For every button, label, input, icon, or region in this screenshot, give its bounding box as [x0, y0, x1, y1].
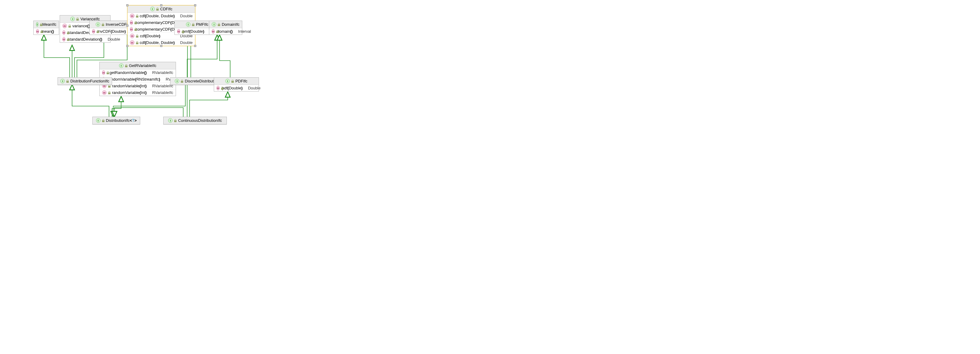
lock-icon — [218, 23, 221, 26]
method-icon: m — [130, 20, 133, 25]
member-ret: Double — [176, 40, 192, 45]
selection-handle-icon[interactable] — [126, 24, 129, 27]
interface-icon: I — [70, 17, 75, 21]
member-sig: cdf(Double, Double) — [140, 14, 175, 18]
lock-icon — [156, 8, 159, 11]
member-row: m domain() Interval — [209, 28, 242, 35]
member-sig: randomVariable(Int) — [112, 84, 146, 88]
class-header: I GetRVariableIfc — [100, 62, 176, 69]
member-ret: RVariableIfc — [148, 70, 173, 75]
member-sig: mean() — [41, 29, 54, 33]
method-icon: m — [212, 29, 215, 33]
method-icon: m — [130, 33, 134, 38]
class-title: ContinuousDistributionIfc — [178, 118, 222, 123]
class-node-meanifc[interactable]: I MeanIfc m mean() Double — [33, 21, 59, 35]
selection-handle-icon[interactable] — [160, 45, 162, 47]
class-node-domainifc[interactable]: I DomainIfc m domain() Interval — [209, 21, 242, 35]
member-sig: randomVariable(Int) — [112, 90, 146, 95]
member-sig: variance() — [72, 24, 90, 28]
lock-icon — [66, 80, 69, 83]
class-header: I PDFIfc — [214, 78, 259, 85]
interface-icon: I — [168, 118, 173, 123]
lock-icon — [136, 35, 139, 38]
interface-icon: I — [186, 22, 191, 27]
selection-handle-icon[interactable] — [126, 45, 129, 47]
method-icon: m — [102, 70, 105, 75]
member-sig: cdf(Double, Double) — [140, 40, 175, 45]
member-ret: Double — [244, 86, 261, 90]
class-header: I DistributionFunctionIfc — [58, 78, 112, 85]
member-sig: cdf(Double) — [140, 33, 160, 38]
selection-handle-icon[interactable] — [194, 4, 196, 6]
member-sig: getRandomVariable() — [110, 70, 147, 75]
class-title: DistributionFunctionIfc — [70, 79, 109, 83]
lock-icon — [125, 64, 128, 67]
interface-icon: I — [96, 22, 100, 27]
lock-icon — [102, 119, 105, 122]
selection-handle-icon[interactable] — [194, 45, 196, 47]
member-sig: standardDeviation() — [68, 37, 102, 41]
selection-handle-icon[interactable] — [160, 4, 162, 6]
class-title: PDFIfc — [235, 79, 247, 83]
method-icon: m — [177, 29, 180, 33]
method-icon: m — [62, 24, 67, 28]
class-title: PMFIfc — [196, 22, 208, 27]
lock-icon — [180, 80, 183, 83]
lock-icon — [76, 18, 79, 21]
lock-icon — [192, 23, 195, 26]
member-ret: Interval — [234, 29, 251, 33]
member-sig: randomVariable(RNStreamIfc) — [108, 77, 160, 81]
member-ret: Double — [103, 37, 120, 41]
class-header: I ContinuousDistributionIfc — [164, 117, 226, 124]
class-title: MeanIfc — [42, 22, 56, 27]
lock-icon — [231, 80, 234, 83]
method-icon: m — [130, 40, 134, 45]
interface-icon: I — [96, 118, 100, 123]
class-header: I CDFIfc — [127, 5, 195, 13]
member-row: m mean() Double — [33, 28, 59, 35]
member-sig: pdf(Double) — [222, 86, 243, 90]
class-node-pdfifc[interactable]: I PDFIfc m pdf(Double) Double — [214, 77, 259, 91]
interface-icon: I — [225, 79, 230, 83]
class-node-distributionifc[interactable]: I DistributionIfc<T> — [92, 117, 140, 124]
lock-icon — [136, 14, 139, 18]
interface-icon: I — [150, 7, 155, 11]
class-title: CDFIfc — [160, 7, 172, 11]
member-ret: RVariableIfc — [148, 90, 173, 95]
diagram-canvas[interactable]: I MeanIfc m mean() Double I VarianceIfc … — [0, 0, 490, 177]
class-title: DistributionIfc<T> — [106, 118, 137, 123]
member-row: m pdf(Double) Double — [214, 85, 259, 91]
class-node-distributionfunctionifc[interactable]: I DistributionFunctionIfc — [57, 77, 112, 85]
member-sig: invCDF(Double) — [97, 29, 126, 33]
member-sig: pmf(Double) — [183, 29, 204, 33]
method-icon: m — [36, 29, 39, 33]
class-header: I DistributionIfc<T> — [93, 117, 140, 124]
member-row: m cdf(Double, Double) Double — [127, 13, 195, 19]
member-sig: domain() — [217, 29, 232, 33]
interface-icon: I — [36, 22, 38, 27]
method-icon: m — [216, 86, 220, 90]
lock-icon — [40, 23, 41, 26]
method-icon: m — [130, 14, 134, 18]
lock-icon — [174, 119, 177, 122]
interface-icon: I — [60, 79, 65, 83]
member-ret: RVariableIfc — [148, 84, 173, 88]
member-ret: Double — [176, 14, 192, 18]
lock-icon — [136, 41, 139, 44]
method-icon: m — [62, 30, 65, 35]
class-node-continuousdistributionifc[interactable]: I ContinuousDistributionIfc — [163, 117, 227, 124]
interface-icon: I — [119, 63, 124, 68]
method-icon: m — [62, 37, 65, 41]
method-icon: m — [102, 90, 107, 95]
class-title: GetRVariableIfc — [129, 63, 157, 68]
lock-icon — [108, 91, 111, 94]
lock-icon — [106, 71, 108, 74]
method-icon: m — [92, 29, 95, 33]
class-header: I DomainIfc — [209, 21, 242, 28]
selection-handle-icon[interactable] — [126, 4, 129, 6]
interface-icon: I — [175, 79, 179, 83]
class-title: DomainIfc — [222, 22, 240, 27]
member-row: m randomVariable(Int) RVariableIfc — [100, 89, 176, 96]
method-icon: m — [130, 27, 133, 32]
lock-icon — [102, 23, 105, 26]
